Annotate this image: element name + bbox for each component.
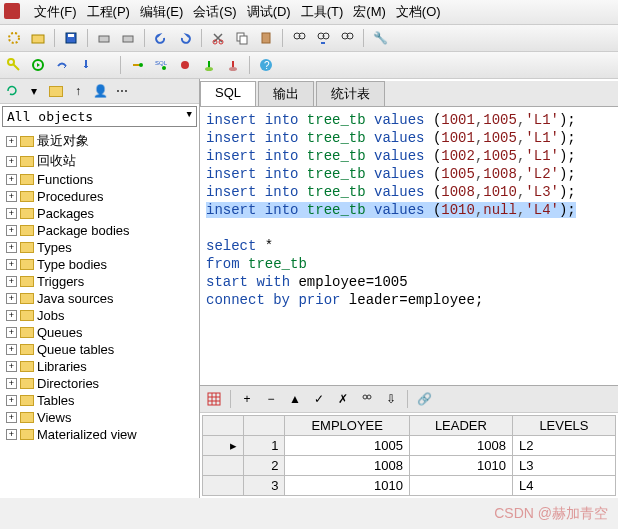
- tool-icon[interactable]: 🔧: [370, 28, 390, 48]
- expand-icon[interactable]: +: [6, 242, 17, 253]
- expand-icon[interactable]: +: [6, 378, 17, 389]
- expand-icon[interactable]: +: [6, 191, 17, 202]
- grid-commit-icon[interactable]: ✓: [309, 389, 329, 409]
- grid-next-icon[interactable]: ▲: [285, 389, 305, 409]
- users-icon[interactable]: 👤: [90, 81, 110, 101]
- grid-bookmark-icon[interactable]: [357, 389, 377, 409]
- rollback-icon[interactable]: [223, 55, 243, 75]
- tree-item[interactable]: +Queues: [2, 324, 197, 341]
- menu-tools[interactable]: 工具(T): [301, 3, 344, 21]
- col-header[interactable]: EMPLOYEE: [285, 416, 409, 436]
- tree-item[interactable]: +Packages: [2, 205, 197, 222]
- tree-item[interactable]: +Jobs: [2, 307, 197, 324]
- new-icon[interactable]: [4, 28, 24, 48]
- tree-item[interactable]: +Directories: [2, 375, 197, 392]
- tree-item[interactable]: +Views: [2, 409, 197, 426]
- step-over-icon[interactable]: [52, 55, 72, 75]
- exec-sql-icon[interactable]: SQL: [151, 55, 171, 75]
- svg-text:?: ?: [264, 60, 270, 71]
- refresh-icon[interactable]: [2, 81, 22, 101]
- print2-icon[interactable]: [118, 28, 138, 48]
- table-row[interactable]: 31010L4: [203, 476, 616, 496]
- expand-icon[interactable]: +: [6, 225, 17, 236]
- save-icon[interactable]: [61, 28, 81, 48]
- expand-icon[interactable]: +: [6, 156, 17, 167]
- more-icon[interactable]: ⋯: [112, 81, 132, 101]
- table-row[interactable]: 210081010L3: [203, 456, 616, 476]
- key-icon[interactable]: [4, 55, 24, 75]
- tree-item[interactable]: +Queue tables: [2, 341, 197, 358]
- tree-item[interactable]: +Triggers: [2, 273, 197, 290]
- tree-item[interactable]: +最近对象: [2, 131, 197, 151]
- tree-item[interactable]: +回收站: [2, 151, 197, 171]
- grid-cancel-icon[interactable]: ✗: [333, 389, 353, 409]
- print-icon[interactable]: [94, 28, 114, 48]
- paste-icon[interactable]: [256, 28, 276, 48]
- expand-icon[interactable]: +: [6, 344, 17, 355]
- expand-icon[interactable]: +: [6, 310, 17, 321]
- expand-icon[interactable]: +: [6, 259, 17, 270]
- cut-icon[interactable]: [208, 28, 228, 48]
- find-next-icon[interactable]: [313, 28, 333, 48]
- expand-icon[interactable]: +: [6, 412, 17, 423]
- tree-item[interactable]: +Functions: [2, 171, 197, 188]
- tab-sql[interactable]: SQL: [200, 81, 256, 106]
- grid-view-icon[interactable]: [204, 389, 224, 409]
- tree-item[interactable]: +Types: [2, 239, 197, 256]
- menu-project[interactable]: 工程(P): [87, 3, 130, 21]
- folder-sb-icon[interactable]: [46, 81, 66, 101]
- grid-del-icon[interactable]: −: [261, 389, 281, 409]
- step-into-icon[interactable]: [76, 55, 96, 75]
- find-icon[interactable]: [289, 28, 309, 48]
- menu-macro[interactable]: 宏(M): [353, 3, 386, 21]
- tree-label: Materialized view: [37, 427, 137, 442]
- tree-item[interactable]: +Libraries: [2, 358, 197, 375]
- menu-debug[interactable]: 调试(D): [247, 3, 291, 21]
- commit-icon[interactable]: [199, 55, 219, 75]
- expand-icon[interactable]: +: [6, 136, 17, 147]
- menu-docs[interactable]: 文档(O): [396, 3, 441, 21]
- replace-icon[interactable]: [337, 28, 357, 48]
- tree-item[interactable]: +Procedures: [2, 188, 197, 205]
- grid-link-icon[interactable]: 🔗: [414, 389, 434, 409]
- folder-icon: [20, 156, 34, 167]
- menu-edit[interactable]: 编辑(E): [140, 3, 183, 21]
- tree-label: Directories: [37, 376, 99, 391]
- filter-icon[interactable]: ▾: [24, 81, 44, 101]
- grid-add-icon[interactable]: +: [237, 389, 257, 409]
- tree-item[interactable]: +Materialized view: [2, 426, 197, 443]
- expand-icon[interactable]: +: [6, 293, 17, 304]
- result-grid[interactable]: EMPLOYEELEADERLEVELS▸110051008L221008101…: [202, 415, 616, 496]
- run-icon[interactable]: [28, 55, 48, 75]
- object-tree[interactable]: +最近对象+回收站+Functions+Procedures+Packages+…: [0, 129, 199, 498]
- menu-session[interactable]: 会话(S): [193, 3, 236, 21]
- copy-icon[interactable]: [232, 28, 252, 48]
- table-row[interactable]: ▸110051008L2: [203, 436, 616, 456]
- up-icon[interactable]: ↑: [68, 81, 88, 101]
- grid-export-icon[interactable]: ⇩: [381, 389, 401, 409]
- object-filter-dropdown[interactable]: All objects: [2, 106, 197, 127]
- tree-item[interactable]: +Java sources: [2, 290, 197, 307]
- menu-file[interactable]: 文件(F): [34, 3, 77, 21]
- col-header[interactable]: LEVELS: [512, 416, 615, 436]
- tab-output[interactable]: 输出: [258, 81, 314, 106]
- redo-icon[interactable]: [175, 28, 195, 48]
- expand-icon[interactable]: +: [6, 361, 17, 372]
- expand-icon[interactable]: +: [6, 174, 17, 185]
- undo-icon[interactable]: [151, 28, 171, 48]
- sql-editor[interactable]: insert into tree_tb values (1001,1005,'L…: [200, 107, 618, 385]
- expand-icon[interactable]: +: [6, 429, 17, 440]
- tree-item[interactable]: +Tables: [2, 392, 197, 409]
- expand-icon[interactable]: +: [6, 208, 17, 219]
- help-icon[interactable]: ?: [256, 55, 276, 75]
- exec-icon[interactable]: [127, 55, 147, 75]
- expand-icon[interactable]: +: [6, 395, 17, 406]
- tab-stats[interactable]: 统计表: [316, 81, 385, 106]
- break-icon[interactable]: [175, 55, 195, 75]
- tree-item[interactable]: +Type bodies: [2, 256, 197, 273]
- expand-icon[interactable]: +: [6, 327, 17, 338]
- open-icon[interactable]: [28, 28, 48, 48]
- expand-icon[interactable]: +: [6, 276, 17, 287]
- tree-item[interactable]: +Package bodies: [2, 222, 197, 239]
- col-header[interactable]: LEADER: [409, 416, 512, 436]
